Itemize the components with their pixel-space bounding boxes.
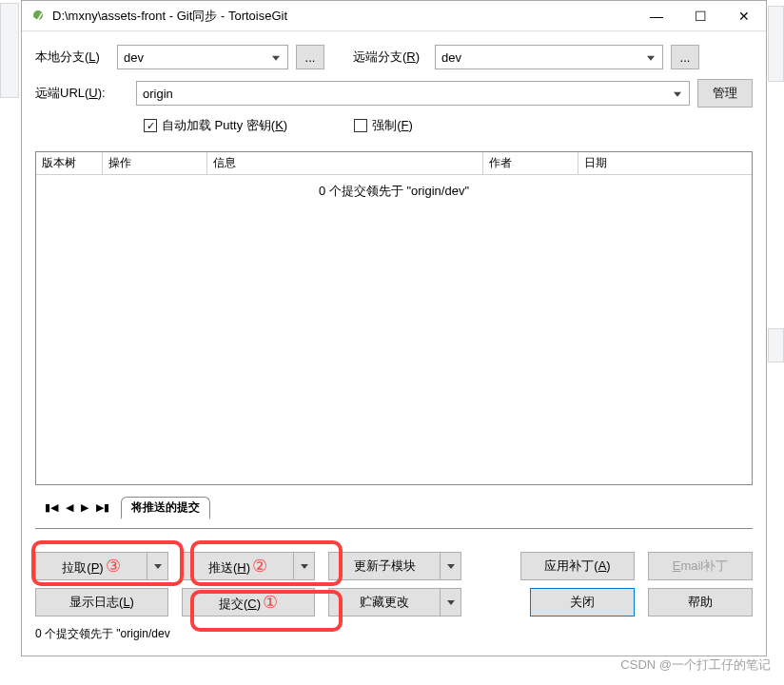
- options-row: ✓ 自动加载 Putty 密钥(K) 强制(F): [144, 117, 753, 134]
- apply-patch-label: 应用补丁(A): [544, 558, 610, 575]
- apply-patch-button[interactable]: 应用补丁(A): [520, 552, 635, 580]
- branch-row: 本地分支(L) dev ... 远端分支(R) dev ...: [35, 45, 753, 69]
- force-label: 强制(F): [372, 117, 413, 134]
- checkbox-unchecked-icon: [354, 119, 367, 132]
- col-date[interactable]: 日期: [578, 152, 752, 174]
- update-submodule-button[interactable]: 更新子模块: [328, 552, 461, 580]
- show-log-label: 显示日志(L): [69, 594, 134, 611]
- chevron-down-icon[interactable]: [147, 553, 167, 579]
- pull-button[interactable]: 拉取(P)③: [35, 552, 168, 580]
- last-icon[interactable]: ▶▮: [96, 501, 109, 514]
- checkbox-checked-icon: ✓: [144, 119, 157, 132]
- table-header: 版本树 操作 信息 作者 日期: [36, 152, 752, 175]
- tab-outgoing-commits[interactable]: 将推送的提交: [121, 497, 210, 519]
- commit-button[interactable]: 提交(C)①: [182, 588, 315, 616]
- pull-label: 拉取(P)③: [36, 556, 147, 577]
- sync-window: D:\mxny\assets-front - Git同步 - TortoiseG…: [21, 0, 767, 656]
- maximize-button[interactable]: ☐: [678, 1, 722, 31]
- submodule-label: 更新子模块: [329, 558, 440, 575]
- remote-url-row: 远端URL(U): origin 管理: [35, 79, 753, 108]
- auto-load-putty-label: 自动加载 Putty 密钥(K): [162, 117, 287, 134]
- chevron-down-icon[interactable]: [440, 589, 461, 616]
- col-author[interactable]: 作者: [483, 152, 578, 174]
- watermark: CSDN @一个打工仔的笔记: [620, 656, 771, 674]
- help-button[interactable]: 帮助: [648, 588, 753, 616]
- chevron-down-icon[interactable]: [293, 553, 314, 579]
- manage-button[interactable]: 管理: [697, 79, 753, 108]
- background-fragment: [768, 6, 784, 82]
- remote-branch-browse-button[interactable]: ...: [671, 45, 699, 69]
- remote-branch-select[interactable]: dev: [435, 45, 663, 69]
- col-info[interactable]: 信息: [207, 152, 483, 174]
- commit-label: 提交(C)①: [219, 592, 278, 613]
- window-title: D:\mxny\assets-front - Git同步 - TortoiseG…: [52, 8, 635, 25]
- content-area: 本地分支(L) dev ... 远端分支(R) dev ... 远端URL(U)…: [22, 31, 766, 656]
- push-button[interactable]: 推送(H)②: [182, 552, 315, 580]
- status-text: 0 个提交领先于 "origin/dev: [35, 626, 753, 642]
- stash-label: 贮藏更改: [329, 594, 440, 611]
- app-icon: [29, 8, 47, 25]
- email-patch-label: Email补丁: [673, 558, 729, 575]
- tabs-row: ▮◀ ◀ ▶ ▶▮ 将推送的提交: [35, 495, 753, 519]
- local-branch-select[interactable]: dev: [117, 45, 288, 69]
- push-label: 推送(H)②: [183, 556, 293, 577]
- minimize-button[interactable]: —: [635, 1, 678, 31]
- nav-buttons: ▮◀ ◀ ▶ ▶▮: [39, 501, 115, 514]
- next-icon[interactable]: ▶: [81, 501, 88, 514]
- local-branch-browse-button[interactable]: ...: [296, 45, 324, 69]
- titlebar: D:\mxny\assets-front - Git同步 - TortoiseG…: [22, 1, 766, 31]
- background-fragment: [768, 328, 784, 362]
- show-log-button[interactable]: 显示日志(L): [35, 588, 168, 616]
- first-icon[interactable]: ▮◀: [45, 501, 58, 514]
- stash-button[interactable]: 贮藏更改: [328, 588, 461, 616]
- prev-icon[interactable]: ◀: [66, 501, 73, 514]
- auto-load-putty-checkbox[interactable]: ✓ 自动加载 Putty 密钥(K): [144, 117, 287, 134]
- email-patch-button: Email补丁: [648, 552, 753, 580]
- close-window-button[interactable]: ✕: [722, 1, 766, 31]
- chevron-down-icon[interactable]: [440, 553, 461, 579]
- local-branch-label: 本地分支(L): [35, 49, 109, 66]
- remote-url-label: 远端URL(U):: [35, 85, 128, 102]
- background-fragment: [0, 3, 19, 98]
- col-op[interactable]: 操作: [103, 152, 207, 174]
- tabs-divider: [35, 528, 753, 529]
- action-buttons: 拉取(P)③ 推送(H)② 更新子模块 应用补丁(A) Email补丁: [35, 552, 753, 642]
- remote-url-select[interactable]: origin: [136, 81, 690, 106]
- col-tree[interactable]: 版本树: [36, 152, 103, 174]
- remote-branch-label: 远端分支(R): [353, 49, 427, 66]
- table-empty-message: 0 个提交领先于 "origin/dev": [36, 175, 752, 207]
- commit-table: 版本树 操作 信息 作者 日期 0 个提交领先于 "origin/dev": [35, 151, 753, 485]
- close-button[interactable]: 关闭: [530, 588, 635, 616]
- force-checkbox[interactable]: 强制(F): [354, 117, 413, 134]
